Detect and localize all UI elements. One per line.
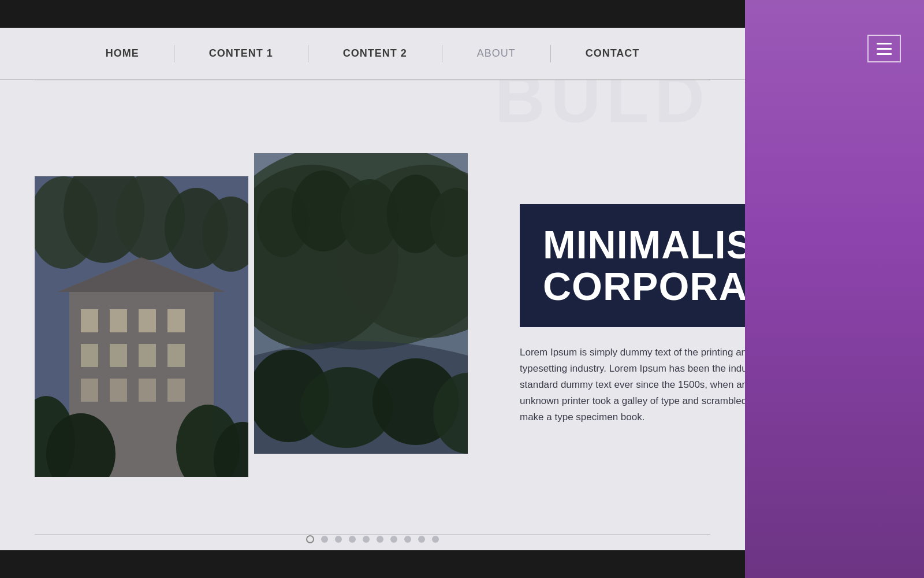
- text-section: MINIMALISTIC CORPORATE Lorem Ipsum is si…: [508, 204, 745, 425]
- images-section: [35, 153, 508, 477]
- nav-item-content1[interactable]: CONTENT 1: [174, 42, 308, 65]
- main-content: HOME CONTENT 1 CONTENT 2 ABOUT CONTACT: [0, 0, 745, 578]
- pagination-dot-3[interactable]: [349, 536, 356, 543]
- svg-rect-18: [110, 379, 127, 402]
- image-panel-1: [35, 176, 248, 477]
- headline-text: MINIMALISTIC CORPORATE: [543, 224, 745, 307]
- svg-rect-13: [81, 344, 98, 367]
- svg-rect-9: [81, 309, 98, 332]
- content-area: MINIMALISTIC CORPORATE Lorem Ipsum is si…: [0, 80, 745, 550]
- pagination-dot-4[interactable]: [363, 536, 370, 543]
- navigation: HOME CONTENT 1 CONTENT 2 ABOUT CONTACT: [0, 28, 745, 80]
- nav-item-home[interactable]: HOME: [71, 42, 174, 65]
- svg-rect-10: [110, 309, 127, 332]
- menu-line-1: [877, 43, 892, 45]
- svg-rect-11: [139, 309, 156, 332]
- pagination-dot-1[interactable]: [321, 536, 328, 543]
- pagination-dot-8[interactable]: [418, 536, 425, 543]
- nav-item-about[interactable]: ABOUT: [442, 42, 550, 65]
- top-bar: [0, 0, 745, 28]
- svg-rect-16: [167, 344, 185, 367]
- pagination-dot-7[interactable]: [404, 536, 411, 543]
- nav-items: HOME CONTENT 1 CONTENT 2 ABOUT CONTACT: [71, 42, 675, 65]
- menu-line-3: [877, 53, 892, 55]
- nav-item-content2[interactable]: CONTENT 2: [308, 42, 442, 65]
- image-panel-2: [254, 153, 468, 454]
- pagination: [306, 535, 439, 543]
- svg-rect-19: [139, 379, 156, 402]
- svg-rect-15: [139, 344, 156, 367]
- pagination-dot-9[interactable]: [432, 536, 439, 543]
- svg-rect-17: [81, 379, 98, 402]
- menu-button[interactable]: [867, 35, 901, 62]
- sidebar: [745, 0, 924, 578]
- svg-rect-12: [167, 309, 185, 332]
- pagination-dot-2[interactable]: [335, 536, 342, 543]
- svg-rect-20: [167, 379, 185, 402]
- pagination-dot-0[interactable]: [306, 535, 314, 543]
- bottom-bar: [0, 550, 745, 578]
- svg-rect-14: [110, 344, 127, 367]
- menu-line-2: [877, 48, 892, 50]
- separator-top: [35, 80, 710, 80]
- separator-bottom: [35, 534, 710, 535]
- body-text: Lorem Ipsum is simply dummy text of the …: [520, 344, 745, 425]
- pagination-dot-5[interactable]: [377, 536, 383, 543]
- nav-item-contact[interactable]: CONTACT: [551, 42, 675, 65]
- headline-box: MINIMALISTIC CORPORATE: [520, 204, 745, 327]
- pagination-dot-6[interactable]: [390, 536, 397, 543]
